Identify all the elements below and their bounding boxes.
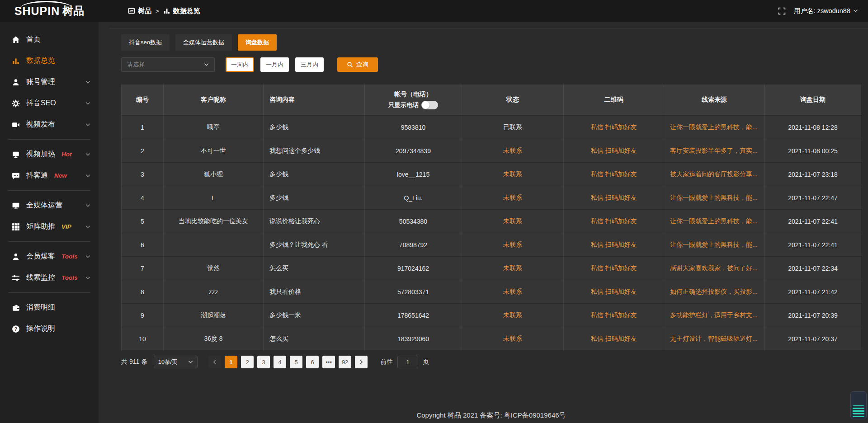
status-badge: 未联系 — [462, 304, 564, 327]
floating-widget[interactable] — [850, 391, 867, 419]
source-link[interactable]: 让你一眼就爱上的黑科技，能... — [664, 233, 765, 256]
sidebar-item-member-burst[interactable]: 会员爆客 Tools — [0, 246, 99, 267]
cell-date: 2021-11-07 22:41 — [765, 210, 861, 233]
page-size-select[interactable]: 10条/页 — [154, 356, 198, 368]
cell-account: 2097344839 — [365, 139, 462, 162]
source-link[interactable]: 让你一眼就爱上的黑科技，能... — [664, 186, 765, 209]
next-page-button[interactable] — [355, 356, 368, 368]
source-link[interactable]: 如何正确选择投影仪，买投影... — [664, 280, 765, 303]
category-select[interactable]: 请选择 — [121, 57, 215, 72]
chevron-down-icon — [85, 276, 90, 280]
breadcrumb-item-brand[interactable]: 树品 — [128, 7, 151, 15]
col-account: 帐号（电话） 只显示电话 — [365, 85, 462, 115]
cell-date: 2021-11-07 22:34 — [765, 257, 861, 280]
sidebar-item-label: 数据总览 — [26, 56, 55, 66]
source-link[interactable]: 让你一眼就爱上的黑科技，能... — [664, 116, 765, 139]
sidebar-item-video-publish[interactable]: 视频发布 — [0, 114, 99, 135]
range-label: 三月内 — [301, 61, 318, 69]
sidebar-item-consumption-detail[interactable]: 消费明细 — [0, 297, 99, 318]
sidebar-item-home[interactable]: 首页 — [0, 29, 99, 50]
tab-douyin-seo-data[interactable]: 抖音seo数据 — [121, 34, 170, 51]
source-link[interactable]: 感谢大家喜欢我家，被问了好... — [664, 257, 765, 280]
chevron-down-icon — [853, 9, 858, 13]
cell-nickname: 当地比较能吃的一位美女 — [164, 210, 264, 233]
page-button-5[interactable]: 5 — [290, 356, 302, 368]
query-button[interactable]: 查询 — [337, 57, 378, 72]
source-link[interactable]: 无主灯设计，智能磁吸轨道灯... — [664, 327, 765, 350]
source-link[interactable]: 被大家追着问的客厅投影分享... — [664, 163, 765, 186]
qrcode-links[interactable]: 私信 扫码加好友 — [564, 186, 664, 209]
sidebar-item-label: 抖客通 — [26, 171, 48, 180]
cell-serial: 2 — [122, 139, 164, 162]
tab-inquiry-data[interactable]: 询盘数据 — [238, 34, 277, 51]
source-link[interactable]: 让你一眼就爱上的黑科技，能... — [664, 210, 765, 233]
cell-date: 2021-11-07 20:37 — [765, 327, 861, 350]
help-icon: ? — [12, 325, 20, 333]
cell-serial: 3 — [122, 163, 164, 186]
page-button-92[interactable]: 92 — [339, 356, 351, 368]
table-row: 1 哦章 多少钱 9583810 已联系 私信 扫码加好友 让你一眼就爱上的黑科… — [122, 115, 861, 139]
sidebar-item-clue-monitor[interactable]: 线索监控 Tools — [0, 267, 99, 288]
sidebar-item-video-heating[interactable]: 视频加热 Hot — [0, 144, 99, 165]
source-link[interactable]: 多功能护栏灯，适用于乡村文... — [664, 304, 765, 327]
prev-page-button[interactable] — [208, 356, 221, 368]
cell-serial: 4 — [122, 186, 164, 209]
sidebar-item-matrix-boost[interactable]: 矩阵助推 VIP — [0, 216, 99, 237]
sidebar-item-omni-media[interactable]: 全媒体运营 — [0, 195, 99, 216]
qrcode-links[interactable]: 私信 扫码加好友 — [564, 233, 664, 256]
qrcode-links[interactable]: 私信 扫码加好友 — [564, 304, 664, 327]
sidebar: 首页 数据总览 账号管理 抖音SEO 视频发布 视频加热 Hot 抖客通 New… — [0, 22, 99, 423]
sidebar-item-douyin-seo[interactable]: 抖音SEO — [0, 93, 99, 114]
cell-date: 2021-11-07 20:39 — [765, 304, 861, 327]
user-menu[interactable]: 用户名: zswodun88 — [794, 7, 858, 15]
sidebar-item-label: 消费明细 — [26, 303, 55, 312]
range-button-three-months[interactable]: 三月内 — [295, 57, 324, 72]
qrcode-links[interactable]: 私信 扫码加好友 — [564, 327, 664, 350]
sidebar-item-badge: New — [54, 172, 67, 179]
page-button-3[interactable]: 3 — [257, 356, 270, 368]
cell-date: 2021-11-07 22:47 — [765, 186, 861, 209]
sidebar-item-badge: Tools — [61, 274, 78, 281]
qrcode-links[interactable]: 私信 扫码加好友 — [564, 280, 664, 303]
qrcode-links[interactable]: 私信 扫码加好友 — [564, 163, 664, 186]
sidebar-item-label: 全媒体运营 — [26, 201, 62, 210]
sidebar-item-data-overview[interactable]: 数据总览 — [0, 50, 99, 71]
wallet-icon — [12, 304, 20, 312]
cell-account: 50534380 — [365, 210, 462, 233]
range-button-one-month[interactable]: 一月内 — [260, 57, 289, 72]
breadcrumb-label: 树品 — [138, 7, 151, 15]
fullscreen-icon[interactable] — [778, 7, 786, 15]
cell-account: 178651642 — [365, 304, 462, 327]
chevron-down-icon — [85, 225, 90, 229]
page-button-4[interactable]: 4 — [274, 356, 286, 368]
phone-only-toggle[interactable] — [421, 101, 438, 109]
qrcode-links[interactable]: 私信 扫码加好友 — [564, 116, 664, 139]
range-button-one-week[interactable]: 一周内 — [226, 57, 254, 72]
cell-nickname — [164, 233, 264, 256]
qrcode-links[interactable]: 私信 扫码加好友 — [564, 257, 664, 280]
monitor-icon — [12, 202, 20, 210]
sidebar-item-label: 操作说明 — [26, 324, 55, 334]
qrcode-links[interactable]: 私信 扫码加好友 — [564, 139, 664, 162]
cell-serial: 7 — [122, 257, 164, 280]
account-header-label: 帐号（电话） — [394, 90, 432, 99]
source-link[interactable]: 客厅安装投影半年多了，真实... — [664, 139, 765, 162]
sidebar-item-account-management[interactable]: 账号管理 — [0, 71, 99, 93]
chevron-down-icon — [85, 174, 90, 178]
qrcode-links[interactable]: 私信 扫码加好友 — [564, 210, 664, 233]
goto-page-input[interactable] — [397, 356, 418, 368]
breadcrumb-item-data-overview[interactable]: 数据总览 — [163, 7, 200, 15]
table-row: 3 狐小狸 多少钱 love__1215 未联系 私信 扫码加好友 被大家追着问… — [122, 162, 861, 186]
date-range-group: 一周内一月内三月内 — [226, 57, 324, 72]
breadcrumb-label: 数据总览 — [173, 7, 200, 15]
query-label: 查询 — [356, 61, 368, 69]
page-button-6[interactable]: 6 — [306, 356, 319, 368]
page-button-1[interactable]: 1 — [225, 356, 237, 368]
table-row: 8 zzz 我只看价格 572803371 未联系 私信 扫码加好友 如何正确选… — [122, 280, 861, 303]
tab-omni-media-data[interactable]: 全媒体运营数据 — [175, 34, 232, 51]
sidebar-item-douketong[interactable]: 抖客通 New — [0, 165, 99, 186]
page-ellipsis-button[interactable]: ••• — [322, 356, 335, 368]
sidebar-item-operation-guide[interactable]: ? 操作说明 — [0, 318, 99, 339]
page-button-2[interactable]: 2 — [241, 356, 254, 368]
cell-serial: 5 — [122, 210, 164, 233]
